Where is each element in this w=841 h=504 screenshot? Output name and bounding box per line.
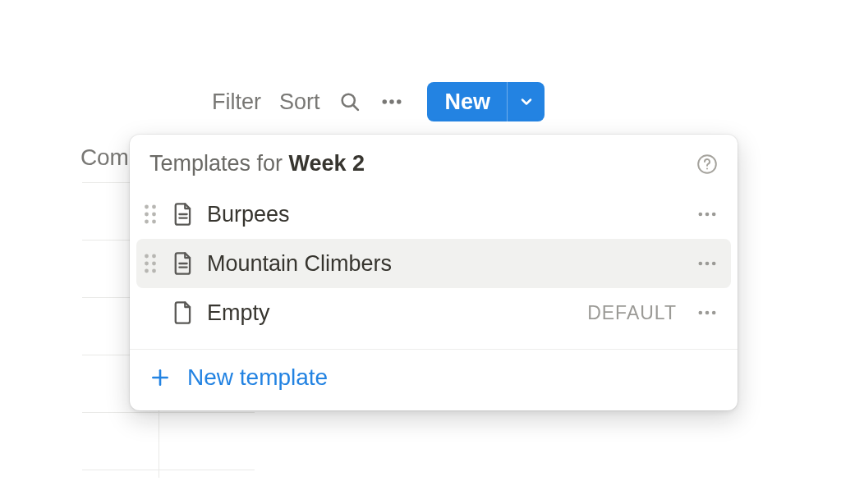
table-row-divider	[82, 470, 255, 470]
svg-point-11	[145, 220, 149, 224]
svg-point-16	[705, 213, 710, 217]
default-badge: DEFAULT	[587, 302, 677, 324]
svg-point-26	[699, 262, 703, 266]
svg-point-10	[152, 213, 156, 217]
popover-header: Templates for Week 2	[130, 135, 738, 186]
new-dropdown-button[interactable]	[507, 82, 545, 121]
svg-point-18	[145, 254, 149, 259]
new-split-button: New	[427, 82, 545, 121]
svg-point-29	[699, 311, 703, 315]
svg-point-30	[705, 311, 710, 315]
page-blank-icon	[171, 300, 195, 325]
row-more-icon[interactable]	[693, 301, 721, 324]
svg-point-23	[152, 269, 156, 273]
popover-title-prefix: Templates for	[149, 151, 289, 176]
page-with-text-icon	[171, 251, 195, 276]
svg-point-20	[145, 262, 149, 266]
popover-title-target: Week 2	[289, 151, 365, 176]
svg-point-22	[145, 269, 149, 273]
svg-point-8	[152, 205, 156, 209]
svg-point-27	[705, 262, 710, 266]
svg-point-31	[712, 311, 716, 315]
svg-point-17	[712, 213, 716, 217]
svg-point-19	[152, 254, 156, 259]
template-row-burpees[interactable]: Burpees	[136, 190, 731, 239]
svg-point-15	[699, 213, 703, 217]
svg-point-4	[397, 99, 402, 104]
new-button-label: New	[445, 89, 491, 115]
table-row-divider	[82, 412, 255, 413]
template-label: Burpees	[207, 202, 682, 227]
more-icon[interactable]	[379, 89, 404, 114]
svg-point-3	[389, 99, 394, 104]
row-more-icon[interactable]	[693, 252, 721, 275]
svg-point-9	[145, 213, 149, 217]
svg-point-7	[145, 205, 149, 209]
template-label: Empty	[207, 300, 576, 326]
database-toolbar: Filter Sort New	[212, 82, 545, 121]
template-row-mountain-climbers[interactable]: Mountain Climbers	[136, 239, 731, 288]
templates-popover: Templates for Week 2	[130, 135, 738, 410]
svg-line-1	[352, 105, 357, 110]
svg-point-2	[382, 99, 387, 104]
template-row-empty[interactable]: Empty DEFAULT	[136, 288, 731, 337]
drag-handle-icon[interactable]	[141, 254, 159, 273]
svg-point-28	[712, 262, 716, 266]
svg-point-6	[706, 167, 708, 169]
plus-icon	[149, 367, 171, 388]
template-label: Mountain Climbers	[207, 251, 682, 277]
svg-point-21	[152, 262, 156, 266]
search-icon[interactable]	[338, 90, 361, 113]
sort-button[interactable]: Sort	[279, 89, 320, 115]
help-icon[interactable]	[696, 153, 718, 175]
drag-handle-icon[interactable]	[141, 204, 159, 224]
column-header-truncated: Com	[80, 144, 129, 171]
new-template-label: New template	[187, 364, 328, 391]
new-template-button[interactable]: New template	[130, 350, 738, 409]
page-with-text-icon	[171, 202, 195, 227]
template-list: Burpees	[130, 186, 738, 342]
filter-button[interactable]: Filter	[212, 89, 261, 115]
popover-title: Templates for Week 2	[149, 151, 365, 176]
new-button[interactable]: New	[427, 82, 508, 121]
svg-point-12	[152, 220, 156, 224]
row-more-icon[interactable]	[693, 203, 721, 226]
chevron-down-icon	[518, 94, 535, 110]
